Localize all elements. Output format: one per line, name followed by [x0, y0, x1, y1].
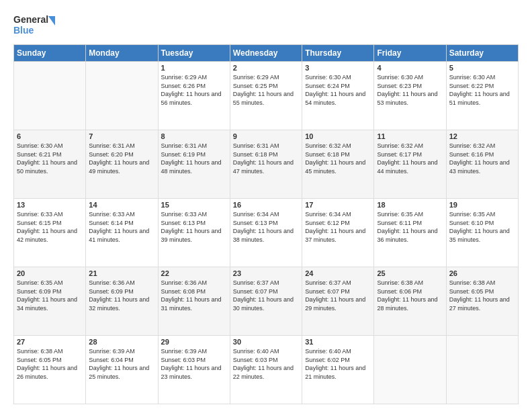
day-info: Sunrise: 6:34 AMSunset: 6:12 PMDaylight:…: [305, 210, 371, 244]
day-number: 4: [377, 64, 443, 72]
day-info: Sunrise: 6:32 AMSunset: 6:17 PMDaylight:…: [377, 142, 443, 175]
day-info: Sunrise: 6:35 AMSunset: 6:09 PMDaylight:…: [17, 279, 83, 312]
day-number: 13: [17, 201, 83, 209]
weekday-header-friday: Friday: [374, 45, 446, 62]
calendar-week-4: 20Sunrise: 6:35 AMSunset: 6:09 PMDayligh…: [14, 267, 519, 336]
day-number: 30: [233, 338, 299, 346]
calendar-cell: 13Sunrise: 6:33 AMSunset: 6:15 PMDayligh…: [14, 199, 86, 267]
day-info: Sunrise: 6:36 AMSunset: 6:08 PMDaylight:…: [161, 279, 227, 312]
day-number: 9: [233, 132, 299, 140]
day-info: Sunrise: 6:32 AMSunset: 6:18 PMDaylight:…: [305, 142, 371, 175]
day-info: Sunrise: 6:30 AMSunset: 6:23 PMDaylight:…: [377, 73, 443, 107]
day-info: Sunrise: 6:32 AMSunset: 6:16 PMDaylight:…: [449, 142, 515, 175]
calendar-cell: 22Sunrise: 6:36 AMSunset: 6:08 PMDayligh…: [158, 267, 230, 336]
day-info: Sunrise: 6:33 AMSunset: 6:15 PMDaylight:…: [17, 210, 83, 244]
day-info: Sunrise: 6:29 AMSunset: 6:25 PMDaylight:…: [233, 73, 299, 107]
calendar-cell: 18Sunrise: 6:35 AMSunset: 6:11 PMDayligh…: [374, 199, 446, 267]
day-info: Sunrise: 6:39 AMSunset: 6:03 PMDaylight:…: [161, 347, 227, 381]
calendar-cell: 24Sunrise: 6:37 AMSunset: 6:07 PMDayligh…: [302, 267, 374, 336]
day-info: Sunrise: 6:38 AMSunset: 6:06 PMDaylight:…: [377, 279, 443, 312]
day-number: 3: [305, 64, 371, 72]
day-number: 20: [17, 269, 83, 277]
calendar-table: SundayMondayTuesdayWednesdayThursdayFrid…: [13, 44, 519, 404]
calendar-cell: 7Sunrise: 6:31 AMSunset: 6:20 PMDaylight…: [86, 130, 158, 199]
calendar-cell: [374, 336, 446, 404]
calendar-cell: 28Sunrise: 6:39 AMSunset: 6:04 PMDayligh…: [86, 336, 158, 404]
day-info: Sunrise: 6:40 AMSunset: 6:02 PMDaylight:…: [305, 347, 371, 381]
calendar-cell: 30Sunrise: 6:40 AMSunset: 6:03 PMDayligh…: [230, 336, 302, 404]
weekday-header-monday: Monday: [86, 45, 158, 62]
day-info: Sunrise: 6:37 AMSunset: 6:07 PMDaylight:…: [233, 279, 299, 312]
calendar-cell: 17Sunrise: 6:34 AMSunset: 6:12 PMDayligh…: [302, 199, 374, 267]
day-number: 24: [305, 269, 371, 277]
day-info: Sunrise: 6:38 AMSunset: 6:05 PMDaylight:…: [17, 347, 83, 381]
day-info: Sunrise: 6:35 AMSunset: 6:11 PMDaylight:…: [377, 210, 443, 244]
weekday-header-sunday: Sunday: [14, 45, 86, 62]
calendar-cell: 11Sunrise: 6:32 AMSunset: 6:17 PMDayligh…: [374, 130, 446, 199]
svg-text:General: General: [13, 14, 48, 25]
calendar-cell: 27Sunrise: 6:38 AMSunset: 6:05 PMDayligh…: [14, 336, 86, 404]
day-number: 11: [377, 132, 443, 140]
weekday-header-wednesday: Wednesday: [230, 45, 302, 62]
calendar-cell: 14Sunrise: 6:33 AMSunset: 6:14 PMDayligh…: [86, 199, 158, 267]
calendar-week-1: 1Sunrise: 6:29 AMSunset: 6:26 PMDaylight…: [14, 62, 519, 130]
calendar-cell: 16Sunrise: 6:34 AMSunset: 6:13 PMDayligh…: [230, 199, 302, 267]
day-number: 29: [161, 338, 227, 346]
weekday-header-row: SundayMondayTuesdayWednesdayThursdayFrid…: [14, 45, 519, 62]
calendar-cell: 23Sunrise: 6:37 AMSunset: 6:07 PMDayligh…: [230, 267, 302, 336]
calendar-week-2: 6Sunrise: 6:30 AMSunset: 6:21 PMDaylight…: [14, 130, 519, 199]
page: GeneralBlue SundayMondayTuesdayWednesday…: [0, 0, 532, 411]
calendar-cell: 2Sunrise: 6:29 AMSunset: 6:25 PMDaylight…: [230, 62, 302, 130]
day-info: Sunrise: 6:31 AMSunset: 6:20 PMDaylight:…: [89, 142, 154, 175]
day-info: Sunrise: 6:31 AMSunset: 6:19 PMDaylight:…: [161, 142, 227, 175]
day-number: 12: [449, 132, 515, 140]
day-info: Sunrise: 6:35 AMSunset: 6:10 PMDaylight:…: [449, 210, 515, 244]
day-info: Sunrise: 6:29 AMSunset: 6:26 PMDaylight:…: [161, 73, 227, 107]
day-info: Sunrise: 6:34 AMSunset: 6:13 PMDaylight:…: [233, 210, 299, 244]
day-number: 22: [161, 269, 227, 277]
svg-text:Blue: Blue: [13, 25, 34, 36]
logo: GeneralBlue: [13, 11, 60, 38]
calendar-cell: 26Sunrise: 6:38 AMSunset: 6:05 PMDayligh…: [446, 267, 518, 336]
calendar-cell: [86, 62, 158, 130]
day-number: 25: [377, 269, 443, 277]
calendar-cell: 31Sunrise: 6:40 AMSunset: 6:02 PMDayligh…: [302, 336, 374, 404]
calendar-cell: 10Sunrise: 6:32 AMSunset: 6:18 PMDayligh…: [302, 130, 374, 199]
day-info: Sunrise: 6:31 AMSunset: 6:18 PMDaylight:…: [233, 142, 299, 175]
calendar-cell: 3Sunrise: 6:30 AMSunset: 6:24 PMDaylight…: [302, 62, 374, 130]
day-number: 2: [233, 64, 299, 72]
header: GeneralBlue: [13, 11, 519, 38]
calendar-week-5: 27Sunrise: 6:38 AMSunset: 6:05 PMDayligh…: [14, 336, 519, 404]
calendar-cell: 5Sunrise: 6:30 AMSunset: 6:22 PMDaylight…: [446, 62, 518, 130]
weekday-header-saturday: Saturday: [446, 45, 518, 62]
calendar-cell: 20Sunrise: 6:35 AMSunset: 6:09 PMDayligh…: [14, 267, 86, 336]
day-info: Sunrise: 6:33 AMSunset: 6:14 PMDaylight:…: [89, 210, 154, 244]
calendar-cell: 21Sunrise: 6:36 AMSunset: 6:09 PMDayligh…: [86, 267, 158, 336]
calendar-cell: 15Sunrise: 6:33 AMSunset: 6:13 PMDayligh…: [158, 199, 230, 267]
day-info: Sunrise: 6:40 AMSunset: 6:03 PMDaylight:…: [233, 347, 299, 381]
calendar-cell: 19Sunrise: 6:35 AMSunset: 6:10 PMDayligh…: [446, 199, 518, 267]
calendar-week-3: 13Sunrise: 6:33 AMSunset: 6:15 PMDayligh…: [14, 199, 519, 267]
day-info: Sunrise: 6:30 AMSunset: 6:24 PMDaylight:…: [305, 73, 371, 107]
day-number: 16: [233, 201, 299, 209]
calendar-cell: [14, 62, 86, 130]
day-number: 18: [377, 201, 443, 209]
calendar-cell: 29Sunrise: 6:39 AMSunset: 6:03 PMDayligh…: [158, 336, 230, 404]
calendar-cell: 8Sunrise: 6:31 AMSunset: 6:19 PMDaylight…: [158, 130, 230, 199]
calendar-cell: 9Sunrise: 6:31 AMSunset: 6:18 PMDaylight…: [230, 130, 302, 199]
day-info: Sunrise: 6:30 AMSunset: 6:22 PMDaylight:…: [449, 73, 515, 107]
calendar-body: 1Sunrise: 6:29 AMSunset: 6:26 PMDaylight…: [14, 62, 519, 404]
day-number: 21: [89, 269, 154, 277]
day-number: 8: [161, 132, 227, 140]
weekday-header-thursday: Thursday: [302, 45, 374, 62]
day-number: 28: [89, 338, 154, 346]
calendar-cell: [446, 336, 518, 404]
calendar-cell: 4Sunrise: 6:30 AMSunset: 6:23 PMDaylight…: [374, 62, 446, 130]
day-info: Sunrise: 6:33 AMSunset: 6:13 PMDaylight:…: [161, 210, 227, 244]
calendar-cell: 6Sunrise: 6:30 AMSunset: 6:21 PMDaylight…: [14, 130, 86, 199]
day-number: 27: [17, 338, 83, 346]
day-info: Sunrise: 6:39 AMSunset: 6:04 PMDaylight:…: [89, 347, 154, 381]
day-number: 15: [161, 201, 227, 209]
svg-marker-2: [48, 16, 55, 26]
day-number: 6: [17, 132, 83, 140]
